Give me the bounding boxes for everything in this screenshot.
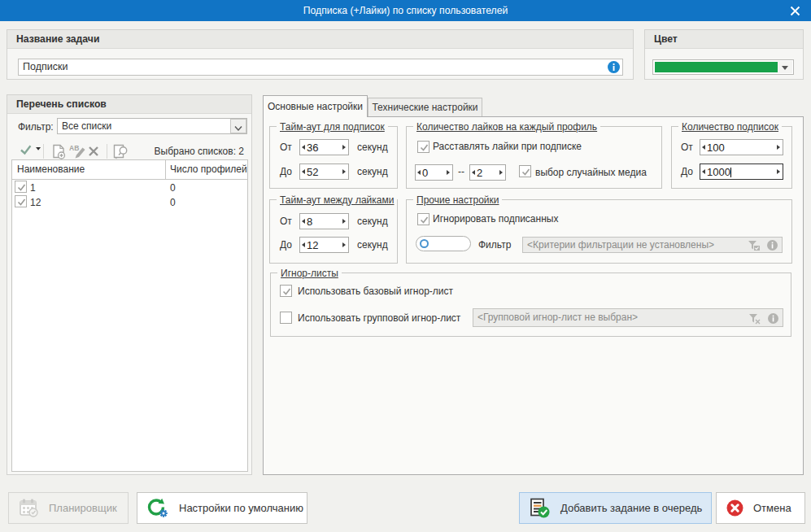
svg-text:AB: AB [69, 144, 79, 152]
